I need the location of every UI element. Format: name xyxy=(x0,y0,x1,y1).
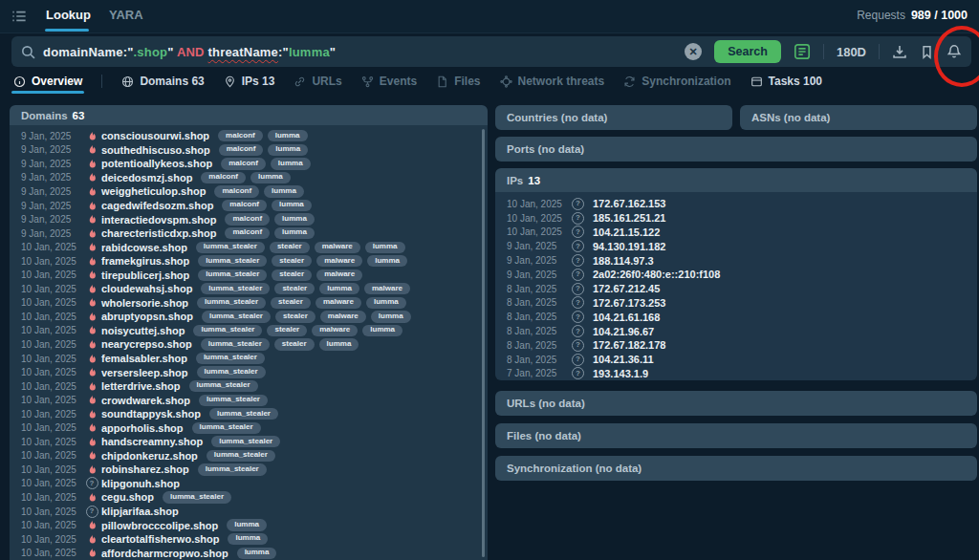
tag-badge[interactable]: stealer xyxy=(272,255,312,267)
ips-panel-header[interactable]: IPs 13 xyxy=(495,168,977,192)
domain-name[interactable]: femalsabler.shop xyxy=(101,353,187,364)
domain-name[interactable]: cegu.shop xyxy=(101,491,154,503)
domain-name[interactable]: consciousourwi.shop xyxy=(101,130,209,141)
tag-badge[interactable]: lumma xyxy=(319,338,359,350)
domain-row[interactable]: 10 Jan, 2025tirepublicerj.shoplumma_stea… xyxy=(10,268,488,282)
domain-row[interactable]: 9 Jan, 2025consciousourwi.shopmalconflum… xyxy=(10,129,488,143)
domain-name[interactable]: klipgonuh.shop xyxy=(101,478,180,489)
ip-value[interactable]: 94.130.191.182 xyxy=(593,241,665,252)
ip-row[interactable]: 8 Jan, 2025?104.21.96.67 xyxy=(495,324,977,338)
tab-tasks-100[interactable]: Tasks 100 xyxy=(751,70,823,93)
tab-network-threats[interactable]: Network threats xyxy=(500,70,605,93)
domain-name[interactable]: framekgirus.shop xyxy=(101,255,189,267)
tag-badge[interactable]: lumma xyxy=(228,533,268,545)
domain-row[interactable]: 10 Jan, 2025cloudewahsj.shoplumma_steale… xyxy=(10,282,488,296)
domain-name[interactable]: affordcharmcropwo.shop xyxy=(101,548,228,559)
ip-row[interactable]: 8 Jan, 2025?104.21.36.11 xyxy=(495,353,977,367)
tag-badge[interactable]: lumma_stealer xyxy=(192,422,261,434)
domain-name[interactable]: apporholis.shop xyxy=(101,422,184,434)
tag-badge[interactable]: lumma xyxy=(319,283,359,294)
tab-urls[interactable]: URLs xyxy=(294,70,341,93)
tag-badge[interactable]: lumma xyxy=(250,172,291,183)
domain-name[interactable]: southedhiscuso.shop xyxy=(101,144,210,156)
ip-row[interactable]: 8 Jan, 2025?172.67.212.45 xyxy=(495,282,977,296)
ip-row[interactable]: 9 Jan, 2025?94.130.191.182 xyxy=(495,239,977,253)
tag-badge[interactable]: malconf xyxy=(225,227,270,239)
tag-badge[interactable]: malware xyxy=(315,297,361,309)
domain-name[interactable]: crowdwarek.shop xyxy=(101,395,190,406)
query-template-icon[interactable] xyxy=(794,43,811,60)
tag-badge[interactable]: lumma xyxy=(274,213,315,225)
domain-row[interactable]: 10 Jan, 2025handscreamny.shoplumma_steal… xyxy=(10,435,488,449)
tag-badge[interactable]: lumma_stealer xyxy=(209,408,278,420)
ip-value[interactable]: 104.21.15.122 xyxy=(593,226,660,238)
domain-name[interactable]: deicedosmzj.shop xyxy=(101,172,192,183)
tag-badge[interactable]: malconf xyxy=(218,130,263,141)
tag-badge[interactable]: malware xyxy=(315,242,360,253)
tag-badge[interactable]: lumma_stealer xyxy=(197,366,266,377)
countries-panel[interactable]: Countries (no data) xyxy=(495,105,732,130)
tag-badge[interactable]: lumma_stealer xyxy=(201,338,270,350)
ip-value[interactable]: 104.21.61.168 xyxy=(593,312,660,323)
tag-badge[interactable]: lumma_stealer xyxy=(196,353,265,364)
tab-domains-63[interactable]: Domains 63 xyxy=(121,70,204,93)
tag-badge[interactable]: lumma xyxy=(362,325,402,336)
ip-value[interactable]: 172.67.162.153 xyxy=(593,198,665,209)
tag-badge[interactable]: lumma xyxy=(274,227,315,239)
domain-name[interactable]: cloudewahsj.shop xyxy=(101,283,192,294)
ip-value[interactable]: 104.21.36.11 xyxy=(593,354,654,365)
tag-badge[interactable]: malware xyxy=(364,283,410,294)
ip-row[interactable]: 7 Jan, 2025?193.143.1.9 xyxy=(495,367,977,380)
domain-row[interactable]: 10 Jan, 2025wholersorie.shoplumma_steale… xyxy=(10,296,488,311)
tag-badge[interactable]: lumma xyxy=(365,242,405,253)
tag-badge[interactable]: lumma_stealer xyxy=(199,395,268,406)
domain-name[interactable]: robinsharez.shop xyxy=(101,463,189,475)
tag-badge[interactable]: lumma xyxy=(268,144,308,156)
ip-row[interactable]: 10 Jan, 2025?172.67.162.153 xyxy=(495,197,977,211)
tag-badge[interactable]: lumma_stealer xyxy=(196,242,265,253)
domain-name[interactable]: tirepublicerj.shop xyxy=(101,269,189,281)
tag-badge[interactable]: lumma_stealer xyxy=(207,450,275,462)
tab-lookup[interactable]: Lookup xyxy=(46,8,91,22)
domain-row[interactable]: 9 Jan, 2025charecteristicdxp.shopmalconf… xyxy=(10,226,488,241)
domain-row[interactable]: 9 Jan, 2025potentioallykeos.shopmalconfl… xyxy=(10,157,488,171)
ip-row[interactable]: 8 Jan, 2025?172.67.182.178 xyxy=(495,338,977,353)
tag-badge[interactable]: malware xyxy=(312,325,358,336)
domain-row[interactable]: 10 Jan, 2025robinsharez.shoplumma_steale… xyxy=(10,463,488,477)
period-selector[interactable]: 180D xyxy=(837,45,866,59)
list-menu-icon[interactable] xyxy=(11,9,27,28)
ip-row[interactable]: 9 Jan, 2025?188.114.97.3 xyxy=(495,253,977,268)
ip-value[interactable]: 104.21.96.67 xyxy=(593,326,654,337)
tag-badge[interactable]: malware xyxy=(320,311,366,322)
tab-synchronization[interactable]: Synchronization xyxy=(623,70,730,93)
domain-name[interactable]: soundtappysk.shop xyxy=(101,408,201,420)
tab-overview[interactable]: Overview xyxy=(13,70,82,93)
tag-badge[interactable]: lumma_stealer xyxy=(211,436,280,447)
ip-row[interactable]: 8 Jan, 2025?104.21.61.168 xyxy=(495,310,977,324)
domain-row[interactable]: 10 Jan, 2025versersleep.shoplumma_steale… xyxy=(10,365,488,379)
ip-value[interactable]: 188.114.97.3 xyxy=(593,255,654,267)
domain-row[interactable]: 10 Jan, 2025letterdrive.shoplumma_steale… xyxy=(10,379,488,394)
tag-badge[interactable]: stealer xyxy=(272,269,312,281)
domain-row[interactable]: 10 Jan, 2025cleartotalfisherwo.shoplumma xyxy=(10,532,488,547)
tag-badge[interactable]: stealer xyxy=(274,283,315,294)
domain-name[interactable]: noisycuttej.shop xyxy=(101,325,185,336)
search-button[interactable]: Search xyxy=(714,40,781,63)
tag-badge[interactable]: malconf xyxy=(219,144,264,156)
tag-badge[interactable]: stealer xyxy=(274,338,315,350)
tag-badge[interactable]: lumma_stealer xyxy=(163,491,231,503)
domain-name[interactable]: chipdonkeruz.shop xyxy=(101,450,198,462)
tag-badge[interactable]: malware xyxy=(316,255,362,267)
domain-row[interactable]: 10 Jan, 2025pillowbrocccolipe.shoplumma xyxy=(10,518,488,532)
domain-name[interactable]: letterdrive.shop xyxy=(101,380,181,392)
bell-icon[interactable] xyxy=(946,44,962,59)
domain-name[interactable]: abruptyopsn.shop xyxy=(101,311,193,322)
domain-row[interactable]: 9 Jan, 2025interactiedovspm.shopmalconfl… xyxy=(10,212,488,226)
tag-badge[interactable]: lumma xyxy=(237,548,277,559)
tag-badge[interactable]: lumma_stealer xyxy=(202,311,271,322)
domain-row[interactable]: 10 Jan, 2025?klipjarifaa.shop xyxy=(10,505,488,519)
domain-name[interactable]: cleartotalfisherwo.shop xyxy=(101,533,219,545)
domain-name[interactable]: wholersorie.shop xyxy=(101,297,188,309)
domain-name[interactable]: handscreamny.shop xyxy=(101,436,203,447)
tag-badge[interactable]: stealer xyxy=(267,325,307,336)
